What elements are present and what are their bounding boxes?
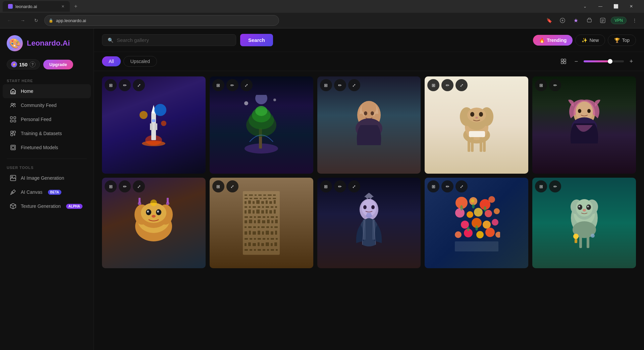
svg-point-205 (484, 206, 486, 212)
overlay-remix-2[interactable]: ⊞ (212, 79, 224, 91)
new-tab-button[interactable]: + (71, 2, 80, 11)
svg-rect-16 (561, 59, 563, 61)
sidebar-item-community-feed[interactable]: Community Feed (3, 98, 91, 112)
overlay-remix-5[interactable]: ⊞ (535, 79, 547, 91)
lock-icon: 🔒 (49, 18, 53, 23)
sidebar-divider-1 (7, 159, 87, 159)
overlay-remix-8[interactable]: ⊞ (320, 180, 332, 192)
svg-rect-147 (262, 231, 264, 235)
svg-rect-5 (10, 117, 12, 119)
svg-rect-143 (245, 231, 247, 235)
help-icon[interactable]: ? (30, 61, 36, 67)
gallery-item-6[interactable]: ⊞ ✏ ⤢ (102, 178, 206, 268)
forward-button[interactable]: → (17, 15, 28, 26)
new-icon: ✨ (582, 38, 587, 43)
svg-point-189 (455, 208, 465, 218)
svg-rect-171 (263, 249, 265, 251)
item-overlay-5: ⊞ ✏ (535, 79, 633, 91)
back-button[interactable]: ← (4, 15, 15, 26)
trending-button[interactable]: 🔥 Trending (533, 35, 573, 46)
sidebar-item-ai-canvas[interactable]: AI Canvas BETA (3, 185, 91, 199)
gallery-item-2[interactable]: ⊞ ✏ ⤢ (210, 76, 313, 174)
sidebar-item-texture-generation[interactable]: Texture Generation ALPHA (3, 199, 91, 213)
sidebar-item-personal-feed[interactable]: Personal Feed (3, 112, 91, 126)
overlay-edit-3[interactable]: ✏ (334, 79, 346, 91)
gallery-item-8[interactable]: ⊞ ✏ ⤢ (317, 178, 421, 268)
grid-view-toggle[interactable] (558, 56, 569, 67)
overlay-expand-2[interactable]: ⤢ (240, 79, 253, 91)
gallery-item-4[interactable]: ⊞ ✏ ⤢ (425, 76, 528, 174)
svg-rect-112 (248, 210, 251, 214)
sidebar-item-home[interactable]: Home (3, 84, 91, 98)
filter-all-button[interactable]: All (102, 56, 121, 66)
overlay-edit-8[interactable]: ✏ (334, 180, 346, 192)
zoom-in-button[interactable]: + (627, 57, 636, 66)
svg-rect-92 (263, 198, 267, 199)
profile-button[interactable] (597, 15, 608, 26)
gallery-item-9[interactable]: ⊞ ✏ ⤢ (425, 178, 528, 268)
reload-button[interactable]: ↻ (31, 15, 42, 26)
svg-rect-167 (245, 249, 248, 251)
overlay-remix-1[interactable]: ⊞ (105, 79, 117, 91)
extension-btn-2[interactable] (571, 15, 581, 26)
overlay-expand-4[interactable]: ⤢ (455, 79, 468, 91)
gallery-item-7[interactable]: ⊞ ⤢ (210, 178, 313, 268)
svg-point-62 (587, 109, 591, 113)
sidebar-item-finetuned-models[interactable]: Finetuned Models (3, 140, 91, 155)
overlay-remix-3[interactable]: ⊞ (320, 79, 332, 91)
overlay-edit-6[interactable]: ✏ (119, 180, 131, 192)
overlay-remix-9[interactable]: ⊞ (427, 180, 439, 192)
gallery-item-3[interactable]: ⊞ ✏ ⤢ (317, 76, 421, 174)
gallery-item-10[interactable]: ⊞ ✏ (532, 178, 636, 268)
item-overlay-4: ⊞ ✏ ⤢ (427, 79, 526, 91)
vpn-badge[interactable]: VPN (611, 17, 627, 24)
overlay-remix-6[interactable]: ⊞ (105, 180, 117, 192)
gallery-item-1[interactable]: ⊞ ✏ ⤢ (102, 76, 206, 174)
top-button[interactable]: 🏆 Top (608, 35, 636, 46)
overlay-expand-8[interactable]: ⤢ (348, 180, 360, 192)
trending-icon: 🔥 (539, 38, 545, 43)
bookmark-button[interactable]: 🔖 (544, 15, 554, 26)
overlay-edit-5[interactable]: ✏ (549, 79, 561, 91)
svg-rect-142 (274, 226, 278, 228)
extension-btn-1[interactable] (557, 15, 568, 26)
overlay-edit-4[interactable]: ✏ (441, 79, 453, 91)
search-button[interactable]: Search (240, 34, 273, 46)
overlay-expand-3[interactable]: ⤢ (348, 79, 360, 91)
overlay-edit-9[interactable]: ✏ (441, 180, 453, 192)
filter-upscaled-button[interactable]: Upscaled (123, 56, 157, 67)
tab-close-btn[interactable]: ✕ (61, 4, 64, 9)
address-bar[interactable]: 🔒 app.leonardo.ai (44, 15, 279, 26)
svg-rect-157 (271, 238, 274, 240)
overlay-remix-10[interactable]: ⊞ (535, 180, 547, 192)
svg-rect-208 (455, 241, 498, 251)
browser-tab[interactable]: leonardo.ai ✕ (3, 1, 70, 12)
close-button[interactable]: ✕ (624, 1, 639, 12)
minimize-button[interactable]: — (593, 1, 608, 12)
svg-rect-106 (258, 206, 260, 208)
overlay-remix-7[interactable]: ⊞ (212, 180, 224, 192)
overlay-edit-10[interactable]: ✏ (549, 180, 561, 192)
gallery-item-5[interactable]: ⊞ ✏ (532, 76, 636, 174)
search-box[interactable]: 🔍 Search gallery (102, 34, 236, 46)
start-here-label: Start Here (0, 76, 94, 84)
overlay-edit-2[interactable]: ✏ (226, 79, 238, 91)
upgrade-button[interactable]: Upgrade (43, 60, 73, 69)
svg-point-202 (495, 232, 500, 238)
menu-button[interactable]: ⋮ (629, 15, 640, 26)
sidebar: 🎨 Leonardo.Ai ⚡ 150 ? Upgrade Start Here (0, 28, 94, 350)
zoom-out-button[interactable]: − (572, 57, 581, 66)
maximize-button[interactable]: ⬜ (608, 1, 623, 12)
overlay-expand-1[interactable]: ⤢ (133, 79, 145, 91)
sidebar-item-training-datasets[interactable]: Training & Datasets (3, 126, 91, 140)
extension-btn-3[interactable] (584, 15, 595, 26)
new-button[interactable]: ✨ New (575, 35, 605, 46)
overlay-expand-7[interactable]: ⤢ (226, 180, 238, 192)
sidebar-item-ai-image-generation[interactable]: AI Image Generation (3, 171, 91, 185)
dropdown-icon[interactable]: ⌄ (578, 1, 592, 12)
overlay-expand-6[interactable]: ⤢ (133, 180, 145, 192)
overlay-edit-1[interactable]: ✏ (119, 79, 131, 91)
zoom-slider[interactable] (584, 60, 624, 62)
overlay-remix-4[interactable]: ⊞ (427, 79, 439, 91)
overlay-expand-9[interactable]: ⤢ (455, 180, 468, 192)
